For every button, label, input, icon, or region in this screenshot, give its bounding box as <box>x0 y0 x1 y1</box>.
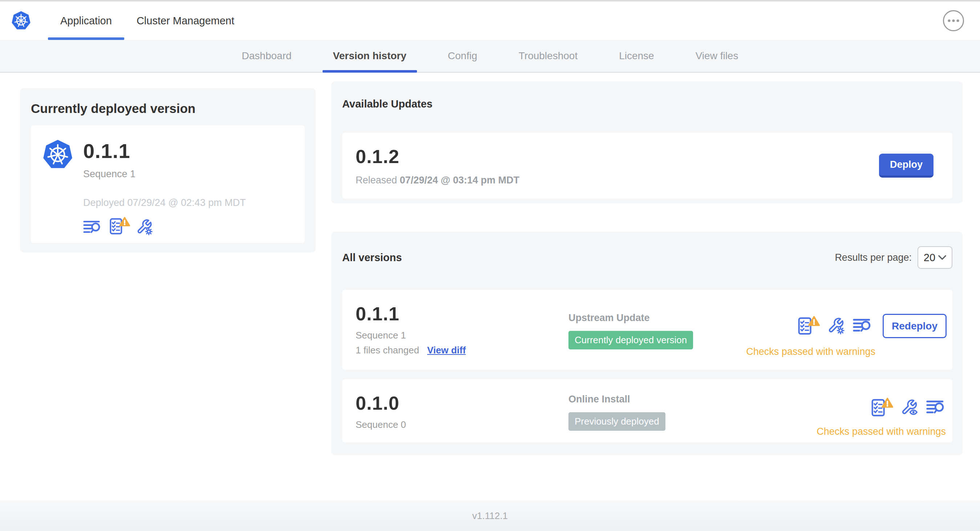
diff-search-icon[interactable] <box>83 219 103 236</box>
results-per-page-value: 20 <box>924 252 935 264</box>
available-updates-panel: Available Updates 0.1.2 Released 07/29/2… <box>331 81 963 203</box>
currently-deployed-title: Currently deployed version <box>31 101 305 116</box>
all-versions-title: All versions <box>342 252 402 264</box>
results-per-page-label: Results per page: <box>835 252 912 263</box>
version-number: 0.1.1 <box>356 303 568 325</box>
ellipsis-icon <box>947 19 960 22</box>
tab-application-label: Application <box>60 15 112 27</box>
app-subnav: Dashboard Version history Config Trouble… <box>0 40 980 73</box>
released-timestamp: 07/29/24 @ 03:14 pm MDT <box>400 175 519 186</box>
version-source-label: Online Install <box>568 394 816 405</box>
version-row-source: Online Install Previously deployed <box>568 392 816 437</box>
diff-search-icon[interactable] <box>853 318 873 335</box>
kubernetes-app-icon <box>42 138 74 171</box>
currently-deployed-panel: Currently deployed version 0.1.1 Sequenc… <box>20 88 316 253</box>
header-tabs: Application Cluster Management <box>48 2 247 40</box>
results-per-page-select[interactable]: 20 <box>918 246 952 269</box>
version-row-0-1-1: 0.1.1 Sequence 1 1 files changed View di… <box>342 290 952 370</box>
redeploy-button[interactable]: Redeploy <box>883 314 947 338</box>
currently-deployed-card: 0.1.1 Sequence 1 Deployed 07/29/24 @ 02:… <box>31 125 305 243</box>
subnav-view-files-label: View files <box>695 50 738 62</box>
version-row-actions: Redeploy Checks passed with warnings <box>746 303 947 359</box>
version-row-info: 0.1.0 Sequence 0 <box>356 392 568 437</box>
files-changed-line: 1 files changed View diff <box>356 345 568 356</box>
subnav-troubleshoot-label: Troubleshoot <box>519 50 578 62</box>
currently-deployed-badge: Currently deployed version <box>568 331 693 350</box>
version-source-label: Upstream Update <box>568 312 746 324</box>
wrench-eye-view-config-icon[interactable] <box>901 399 919 417</box>
current-version-actions <box>83 216 246 236</box>
tab-application[interactable]: Application <box>48 2 124 40</box>
wrench-gear-config-icon[interactable] <box>136 219 154 236</box>
version-row-actions: Checks passed with warnings <box>816 392 947 437</box>
subnav-version-history[interactable]: Version history <box>312 40 427 72</box>
current-version-number: 0.1.1 <box>83 139 246 163</box>
current-version-deployed-timestamp: Deployed 07/29/24 @ 02:43 pm MDT <box>83 197 246 208</box>
app-footer: v1.112.1 <box>0 501 980 531</box>
tab-application-active-underline <box>48 37 124 40</box>
version-number: 0.1.0 <box>356 392 568 414</box>
preflight-checks-warning-icon[interactable] <box>797 316 820 336</box>
version-row-source: Upstream Update Currently deployed versi… <box>568 303 746 359</box>
previously-deployed-badge: Previously deployed <box>568 412 665 431</box>
subnav-config[interactable]: Config <box>427 40 498 72</box>
subnav-license[interactable]: License <box>598 40 675 72</box>
app-header: Application Cluster Management <box>0 2 980 40</box>
view-diff-link[interactable]: View diff <box>427 345 466 356</box>
preflight-checks-warning-icon[interactable] <box>108 216 130 236</box>
checks-status-text: Checks passed with warnings <box>746 346 875 358</box>
subnav-dashboard[interactable]: Dashboard <box>221 40 312 72</box>
all-versions-panel: All versions Results per page: 20 0.1.1 … <box>331 232 963 455</box>
subnav-version-history-label: Version history <box>333 50 406 62</box>
version-action-icons <box>870 397 947 418</box>
version-row-0-1-0: 0.1.0 Sequence 0 Online Install Previous… <box>342 379 952 442</box>
version-row-info: 0.1.1 Sequence 1 1 files changed View di… <box>356 303 568 359</box>
update-released-line: Released 07/29/24 @ 03:14 pm MDT <box>356 175 879 186</box>
page: Application Cluster Management Dashboard… <box>0 0 980 531</box>
kubernetes-logo-icon <box>11 10 31 31</box>
subnav-active-underline <box>323 70 417 73</box>
tab-cluster-management-label: Cluster Management <box>137 15 234 27</box>
subnav-dashboard-label: Dashboard <box>242 50 292 62</box>
update-version-number: 0.1.2 <box>356 146 879 167</box>
deploy-button[interactable]: Deploy <box>879 154 934 178</box>
files-changed-text: 1 files changed <box>356 345 419 356</box>
subnav-troubleshoot[interactable]: Troubleshoot <box>498 40 598 72</box>
available-update-info: 0.1.2 Released 07/29/24 @ 03:14 pm MDT <box>356 146 879 186</box>
chevron-down-icon <box>938 255 946 261</box>
available-updates-title: Available Updates <box>342 98 952 110</box>
subnav-view-files[interactable]: View files <box>675 40 759 72</box>
console-version-text: v1.112.1 <box>472 510 508 521</box>
currently-deployed-body: 0.1.1 Sequence 1 Deployed 07/29/24 @ 02:… <box>83 138 246 232</box>
preflight-checks-warning-icon[interactable] <box>870 397 894 418</box>
available-update-card: 0.1.2 Released 07/29/24 @ 03:14 pm MDT D… <box>342 133 952 199</box>
released-prefix: Released <box>356 175 397 186</box>
main-content: Currently deployed version 0.1.1 Sequenc… <box>0 73 980 501</box>
subnav-license-label: License <box>619 50 654 62</box>
version-action-icons: Redeploy <box>797 314 947 338</box>
current-version-sequence: Sequence 1 <box>83 169 246 180</box>
subnav-config-label: Config <box>448 50 477 62</box>
version-sequence: Sequence 1 <box>356 330 568 341</box>
tab-cluster-management[interactable]: Cluster Management <box>124 2 247 40</box>
checks-status-text: Checks passed with warnings <box>816 426 946 437</box>
version-sequence: Sequence 0 <box>356 419 568 431</box>
all-versions-header: All versions Results per page: 20 <box>342 246 952 269</box>
wrench-gear-config-icon[interactable] <box>827 317 846 335</box>
diff-search-icon[interactable] <box>926 399 947 417</box>
overflow-menu-button[interactable] <box>943 10 964 31</box>
